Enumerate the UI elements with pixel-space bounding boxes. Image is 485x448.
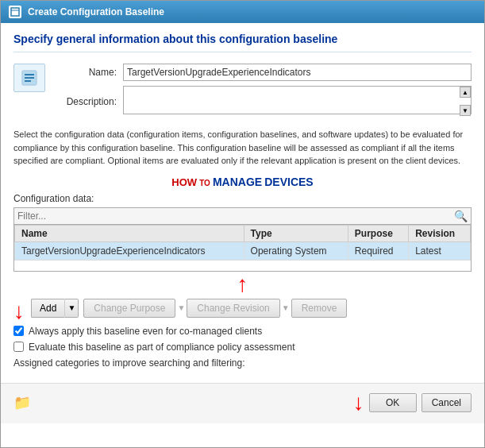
assigned-categories-label: Assigned categories to improve searching… xyxy=(13,357,472,369)
col-purpose: Purpose xyxy=(348,225,408,241)
change-revision-arrow: ▼ xyxy=(282,303,290,312)
arrow-down-right-icon: ↓ xyxy=(353,390,364,415)
scrollbar: ▲ ▼ xyxy=(460,87,471,116)
filter-row: 🔍 xyxy=(13,207,472,224)
evaluate-checkbox[interactable] xyxy=(13,342,24,352)
evaluate-label: Evaluate this baseline as part of compli… xyxy=(29,342,295,353)
add-dropdown-arrow[interactable]: ▼ xyxy=(64,299,79,318)
title-bar-icon xyxy=(9,6,21,18)
scroll-down-btn[interactable]: ▼ xyxy=(460,105,471,116)
bottom-bar: 📁 ↓ OK Cancel xyxy=(1,383,484,423)
svg-rect-3 xyxy=(25,74,34,75)
col-name: Name xyxy=(15,225,244,241)
svg-rect-0 xyxy=(11,8,19,16)
description-input[interactable] xyxy=(123,86,472,114)
watermark: HOW TO MANAGE DEVICES xyxy=(13,176,472,188)
name-field-row: Name: xyxy=(53,64,472,81)
bottom-right: ↓ OK Cancel xyxy=(353,390,472,415)
cell-revision: Latest xyxy=(409,241,471,260)
col-type: Type xyxy=(244,225,348,241)
arrow-up-annotation: ↑ xyxy=(13,273,472,295)
content-area: Specify general information about this c… xyxy=(1,23,484,383)
table-header-row: Name Type Purpose Revision xyxy=(15,225,471,241)
change-revision-button[interactable]: Change Revision xyxy=(187,299,279,318)
watermark-to: TO xyxy=(199,179,210,187)
add-button-group: Add ▼ xyxy=(31,299,79,318)
always-apply-checkbox[interactable] xyxy=(13,326,24,336)
add-button[interactable]: Add xyxy=(31,299,64,318)
description-label: Description: xyxy=(53,96,117,107)
description-wrapper: ▲ ▼ xyxy=(123,86,472,117)
watermark-devices: DEVICES xyxy=(264,176,313,188)
form-section: Name: Description: ▲ ▼ xyxy=(13,64,472,122)
svg-rect-4 xyxy=(25,77,34,79)
change-purpose-button[interactable]: Change Purpose xyxy=(83,299,175,318)
change-purpose-arrow: ▼ xyxy=(177,303,185,312)
page-heading: Specify general information about this c… xyxy=(13,33,472,52)
filter-input[interactable] xyxy=(17,210,454,222)
search-icon[interactable]: 🔍 xyxy=(454,210,468,222)
config-data-label: Configuration data: xyxy=(13,193,472,204)
button-row-container: ↓ Add ▼ Change Purpose ▼ Change Revision… xyxy=(13,299,472,326)
title-bar-text: Create Configuration Baseline xyxy=(28,6,164,17)
window: Create Configuration Baseline Specify ge… xyxy=(0,0,485,448)
cancel-button[interactable]: Cancel xyxy=(421,393,472,412)
always-apply-label: Always apply this baseline even for co-m… xyxy=(29,326,262,337)
folder-icon[interactable]: 📁 xyxy=(13,394,31,411)
watermark-manage: MANAGE xyxy=(213,176,262,188)
name-input[interactable] xyxy=(123,64,472,81)
arrow-down-left-icon: ↓ xyxy=(13,299,25,324)
remove-button[interactable]: Remove xyxy=(291,299,348,318)
cell-name: TargetVersionUpgradeExperienceIndicators xyxy=(15,241,244,260)
name-label: Name: xyxy=(53,67,117,78)
col-revision: Revision xyxy=(409,225,471,241)
bottom-left: 📁 xyxy=(13,394,31,411)
button-row: Add ▼ Change Purpose ▼ Change Revision ▼… xyxy=(31,299,347,318)
checkbox-evaluate-row: Evaluate this baseline as part of compli… xyxy=(13,342,472,353)
table-row[interactable]: TargetVersionUpgradeExperienceIndicators… xyxy=(15,241,471,260)
form-icon xyxy=(13,64,45,92)
description-field-row: Description: ▲ ▼ xyxy=(53,86,472,117)
scroll-up-btn[interactable]: ▲ xyxy=(460,87,471,98)
svg-rect-5 xyxy=(25,80,31,82)
watermark-how: HOW xyxy=(171,176,197,188)
info-text: Select the configuration data (configura… xyxy=(13,128,472,168)
data-table-container: Name Type Purpose Revision TargetVersion… xyxy=(13,224,472,272)
checkbox-always-apply-row: Always apply this baseline even for co-m… xyxy=(13,326,472,337)
ok-button[interactable]: OK xyxy=(369,393,417,412)
up-arrow-icon: ↑ xyxy=(237,273,248,295)
form-fields: Name: Description: ▲ ▼ xyxy=(53,64,472,122)
cell-purpose: Required xyxy=(348,241,408,260)
title-bar: Create Configuration Baseline xyxy=(1,1,484,23)
data-table: Name Type Purpose Revision TargetVersion… xyxy=(14,225,471,261)
cell-type: Operating System xyxy=(244,241,348,260)
